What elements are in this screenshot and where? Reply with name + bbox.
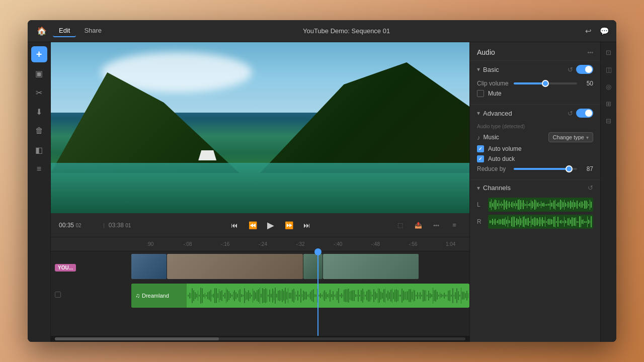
channels-section-actions: ↺: [588, 184, 593, 192]
audio-track-row: ♫ Dreamland: [51, 282, 469, 308]
advanced-section: ▾ Advanced ↺ Audio type (detected) ♪: [470, 104, 600, 179]
clip-volume-value: 50: [581, 80, 593, 87]
ruler-mark: -:16: [206, 241, 244, 247]
ruler-mark: 1:04: [432, 241, 469, 247]
basic-toggle[interactable]: [576, 65, 593, 74]
skip-to-start-button[interactable]: ⏮: [227, 218, 242, 232]
basic-chevron-icon[interactable]: ▾: [477, 66, 480, 73]
left-channel-label: L: [477, 201, 484, 208]
timeline-tracks: YOU...: [51, 251, 469, 336]
playhead-head: [314, 248, 321, 255]
basic-section-actions: ↺: [568, 65, 593, 74]
timeline-menu-icon[interactable]: ≡: [447, 218, 461, 232]
channels-section-title: Channels: [483, 184, 511, 192]
top-bar: 🏠 Edit Share YouTube Demo: Sequence 01 ↩…: [28, 20, 616, 42]
right-panel: Audio ••• ▾ Basic ↺: [469, 42, 600, 342]
video-frame: [51, 42, 469, 213]
video-track-row: YOU...: [51, 253, 469, 282]
basic-section: ▾ Basic ↺ Clip volume: [470, 60, 600, 104]
advanced-title-row: ▾ Advanced: [477, 110, 512, 117]
add-button[interactable]: +: [31, 46, 47, 62]
reduce-by-row: Reduce by 87: [477, 165, 593, 172]
left-sidebar: + ▣ ✂ ⬇ 🗑 ◧ ≡: [28, 42, 51, 342]
auto-duck-check-icon: ✓: [478, 156, 482, 161]
music-icon: ♪: [477, 134, 480, 141]
advanced-section-header: ▾ Advanced ↺: [477, 109, 593, 118]
fullscreen-icon[interactable]: ⬚: [393, 218, 407, 232]
reduce-by-slider[interactable]: [514, 168, 577, 170]
effects-icon[interactable]: ◧: [31, 142, 47, 158]
scrollbar-thumb[interactable]: [55, 337, 219, 340]
playhead[interactable]: [317, 251, 318, 336]
download-icon[interactable]: ⬇: [31, 104, 47, 120]
nav-share[interactable]: Share: [78, 25, 108, 37]
channels-section-header: ▾ Channels ↺: [477, 184, 593, 192]
crop-icon[interactable]: ⊡: [603, 46, 615, 58]
color-icon[interactable]: ◎: [603, 80, 615, 93]
clip-volume-thumb[interactable]: [542, 80, 549, 87]
clip-volume-row: Clip volume 50: [477, 80, 593, 87]
change-type-button[interactable]: Change type ▾: [548, 132, 593, 142]
video-thumb-4: [323, 254, 419, 279]
mute-checkbox[interactable]: [477, 90, 484, 97]
more-options-icon[interactable]: •••: [429, 218, 443, 232]
undo-icon[interactable]: ↩: [585, 27, 592, 36]
home-icon[interactable]: 🏠: [35, 24, 49, 38]
current-time: 00:35 02: [59, 222, 99, 229]
auto-volume-checkbox[interactable]: ✓: [477, 145, 484, 152]
channels-title-row: ▾ Channels: [477, 184, 511, 192]
mute-row: Mute: [477, 90, 593, 97]
delete-icon[interactable]: 🗑: [31, 123, 47, 139]
panel-header: Audio •••: [470, 42, 600, 60]
basic-section-title: Basic: [483, 66, 499, 73]
audio-type-left: ♪ Music: [477, 134, 499, 141]
video-track-label: YOU...: [51, 264, 131, 272]
list-icon[interactable]: ≡: [31, 161, 47, 177]
audio-panel-icon[interactable]: ◫: [603, 63, 615, 75]
cut-icon[interactable]: ✂: [31, 84, 47, 101]
video-thumb-3: [303, 254, 323, 279]
audio-type-detected-label: Audio type (detected): [477, 124, 593, 129]
right-channel-row: R: [477, 215, 593, 229]
auto-volume-label: Auto volume: [488, 145, 522, 152]
total-time: 03:38 01: [109, 222, 149, 229]
channels-chevron-icon[interactable]: ▾: [477, 185, 480, 192]
panel-more-icon[interactable]: •••: [587, 49, 593, 55]
comment-icon[interactable]: 💬: [600, 27, 609, 36]
app-window: 🏠 Edit Share YouTube Demo: Sequence 01 ↩…: [28, 20, 616, 342]
right-channel-waveform: [488, 215, 593, 229]
timeline-scrollbar[interactable]: [51, 336, 469, 342]
ruler-marks: :90 -:08 -:16 -:24 -:32 -:40 -:48 -:56 1…: [131, 241, 469, 247]
media-icon[interactable]: ▣: [31, 65, 47, 81]
advanced-section-title: Advanced: [483, 110, 512, 117]
ruler-mark: -:56: [394, 241, 432, 247]
clip-volume-fill: [514, 82, 545, 84]
water-layer: [51, 163, 469, 213]
audio-track-handle: [55, 292, 61, 298]
export-icon[interactable]: 📤: [411, 218, 425, 232]
controls-bar: 00:35 02 | 03:38 01 ⏮ ⏪ ▶ ⏩ ⏭ ⬚ 📤 ••• ≡: [51, 213, 469, 237]
advanced-reset-icon[interactable]: ↺: [568, 110, 573, 117]
ruler-mark: :90: [131, 241, 169, 247]
skip-to-end-button[interactable]: ⏭: [300, 218, 314, 232]
advanced-chevron-icon[interactable]: ▾: [477, 110, 480, 117]
skip-forward-button[interactable]: ⏩: [282, 218, 296, 232]
reduce-by-thumb[interactable]: [566, 165, 573, 172]
audio-track-content[interactable]: ♫ Dreamland: [131, 282, 469, 308]
skip-back-button[interactable]: ⏪: [246, 218, 260, 232]
auto-duck-checkbox[interactable]: ✓: [477, 155, 484, 162]
text-icon[interactable]: ⊞: [603, 98, 615, 110]
basic-reset-icon[interactable]: ↺: [568, 66, 573, 73]
auto-duck-label: Auto duck: [488, 155, 515, 162]
video-track-content[interactable]: [131, 253, 469, 282]
reduce-by-label: Reduce by: [477, 165, 510, 172]
advanced-toggle[interactable]: [576, 109, 593, 118]
clip-volume-slider[interactable]: [514, 82, 577, 84]
play-button[interactable]: ▶: [264, 218, 278, 232]
advanced-section-actions: ↺: [568, 109, 593, 118]
channels-reset-icon[interactable]: ↺: [588, 184, 593, 192]
effects-panel-icon[interactable]: ⊟: [603, 115, 615, 127]
auto-volume-check-icon: ✓: [478, 146, 482, 151]
nav-edit[interactable]: Edit: [53, 25, 76, 37]
video-thumb-1: [131, 254, 167, 279]
